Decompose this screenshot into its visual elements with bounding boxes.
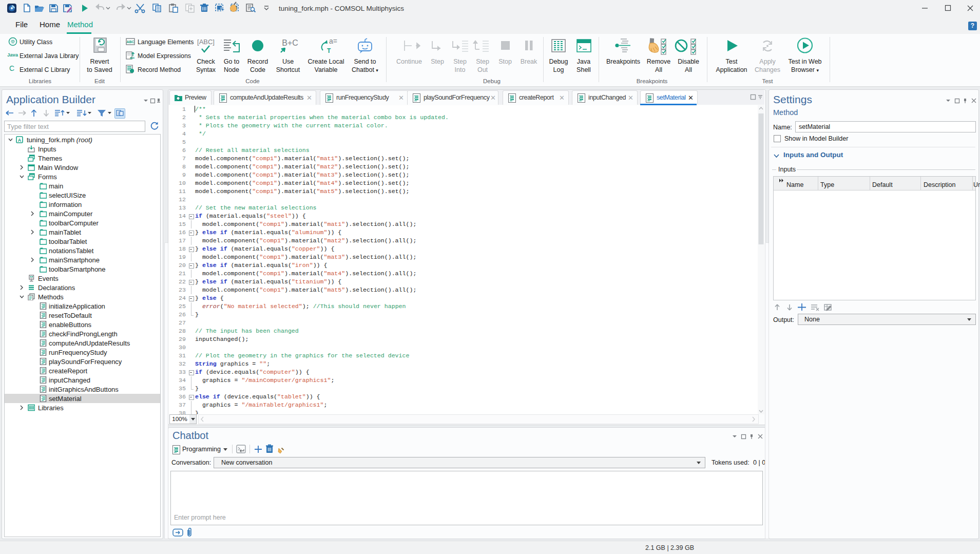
svg-text:a=: a= — [329, 37, 337, 45]
svg-text:ABC: ABC — [126, 40, 134, 44]
svg-text:a=: a= — [130, 55, 134, 60]
svg-text:T: T — [327, 47, 331, 54]
svg-text:B+C: B+C — [282, 39, 298, 47]
svg-text:A: A — [18, 138, 22, 143]
